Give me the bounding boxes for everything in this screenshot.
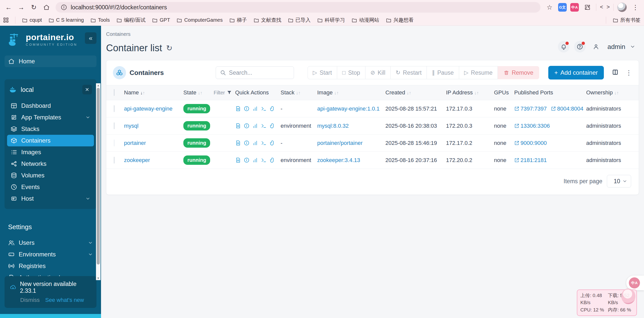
cn-translate-extension-icon[interactable]: 中A: [570, 3, 579, 12]
search-input[interactable]: [229, 69, 290, 76]
column-header-state[interactable]: State↓↑: [183, 89, 214, 96]
sidebar-item-events[interactable]: Events: [7, 181, 94, 193]
select-all-checkbox[interactable]: [114, 89, 114, 96]
attach-icon[interactable]: [269, 140, 275, 146]
environment-close-button[interactable]: ✕: [82, 85, 92, 94]
scroll-up-arrow[interactable]: ▲: [96, 83, 101, 87]
bookmark-star-icon[interactable]: ☆: [544, 2, 555, 12]
sidebar-item-environments[interactable]: Environments: [5, 249, 96, 260]
add-container-button[interactable]: + Add container: [548, 66, 604, 80]
container-name-link[interactable]: mysql: [124, 123, 138, 129]
start-button[interactable]: ▷Start: [308, 66, 337, 79]
column-header-stack[interactable]: Stack↓↑: [281, 89, 317, 96]
browser-menu-icon[interactable]: ⋮: [630, 2, 640, 12]
stats-icon[interactable]: [252, 157, 258, 163]
all-bookmarks-folder[interactable]: 所有书签: [613, 17, 640, 23]
floating-translate-button[interactable]: 中A: [626, 276, 644, 290]
column-header-name[interactable]: Name↓↑: [124, 89, 183, 96]
published-port-link[interactable]: 9000:9000: [514, 140, 547, 146]
sidebar-item-home[interactable]: Home: [5, 56, 96, 67]
stats-icon[interactable]: [252, 123, 258, 129]
remove-button[interactable]: Remove: [498, 66, 539, 79]
inspect-icon[interactable]: [244, 140, 250, 146]
sidebar-scrollbar[interactable]: ▲ ▼: [96, 83, 101, 280]
sidebar-item-users[interactable]: Users: [5, 237, 96, 249]
refresh-icon[interactable]: ↻: [166, 44, 172, 52]
logs-icon[interactable]: [235, 123, 241, 129]
help-button[interactable]: [574, 41, 586, 52]
profile-avatar[interactable]: [617, 3, 627, 12]
see-whats-new-link[interactable]: See what's new: [45, 297, 84, 303]
sidebar-item-stacks[interactable]: Stacks: [7, 123, 94, 135]
bookmark-folder[interactable]: 科研学习: [317, 17, 345, 23]
image-link[interactable]: api-gateway-engine:1.0.1: [317, 105, 380, 112]
dismiss-link[interactable]: Dismiss: [20, 297, 40, 303]
sidebar-item-dashboard[interactable]: Dashboard: [7, 100, 94, 112]
stats-icon[interactable]: [252, 106, 258, 112]
stop-button[interactable]: □Stop: [337, 66, 365, 79]
scrollbar-thumb[interactable]: [97, 88, 100, 264]
bookmark-folder[interactable]: 已导入: [288, 17, 311, 23]
logs-icon[interactable]: [235, 106, 241, 112]
bookmark-folder[interactable]: cqupt: [22, 17, 42, 23]
console-icon[interactable]: [261, 123, 267, 129]
reload-icon[interactable]: ↻: [29, 2, 39, 12]
bookmark-folder[interactable]: GPT: [152, 17, 170, 23]
scroll-down-arrow[interactable]: ▼: [96, 276, 101, 280]
sidebar-item-host[interactable]: Host: [7, 193, 94, 204]
bookmark-folder[interactable]: 梯子: [229, 17, 247, 23]
address-bar[interactable]: localhost:9000/#!/2/docker/containers: [56, 2, 540, 13]
sidebar-item-containers[interactable]: Containers: [7, 135, 94, 146]
image-link[interactable]: mysql:8.0.32: [317, 123, 349, 129]
sidebar-item-volumes[interactable]: Volumes: [7, 170, 94, 181]
columns-toggle-button[interactable]: [612, 69, 618, 76]
logs-icon[interactable]: [235, 157, 241, 163]
devtools-icon[interactable]: < >: [600, 2, 610, 12]
container-name-link[interactable]: zookeeper: [124, 157, 150, 163]
extensions-puzzle-icon[interactable]: [582, 2, 592, 12]
bookmark-folder[interactable]: 编程/面试: [116, 17, 146, 23]
console-icon[interactable]: [261, 106, 267, 112]
bookmark-folder[interactable]: C S learning: [48, 17, 84, 23]
notifications-bell-button[interactable]: [558, 41, 569, 52]
console-icon[interactable]: [261, 157, 267, 163]
bookmark-folder[interactable]: 动漫网站: [352, 17, 379, 23]
home-icon[interactable]: [41, 2, 52, 12]
bookmark-folder[interactable]: Tools: [90, 17, 110, 23]
sidebar-collapse-button[interactable]: «: [85, 32, 96, 44]
published-port-link[interactable]: 13306:3306: [514, 123, 550, 129]
sidebar-item-images[interactable]: Images: [7, 146, 94, 158]
bookmark-folder[interactable]: ComputerGames: [177, 17, 222, 23]
sidebar-item-networks[interactable]: Networks: [7, 158, 94, 170]
items-per-page-select[interactable]: 10: [607, 175, 631, 188]
stats-icon[interactable]: [252, 140, 258, 146]
resume-button[interactable]: ▷Resume: [459, 66, 498, 79]
column-header-ip[interactable]: IP Address↓↑: [446, 89, 494, 96]
table-settings-kebab-icon[interactable]: ⋮: [626, 69, 632, 77]
image-link[interactable]: portainer/portainer: [317, 140, 363, 146]
state-filter-button[interactable]: Filter: [214, 90, 235, 96]
row-checkbox[interactable]: [114, 157, 114, 164]
attach-icon[interactable]: [269, 106, 275, 112]
breadcrumb[interactable]: Containers: [106, 31, 639, 37]
attach-icon[interactable]: [269, 157, 275, 163]
column-header-ownership[interactable]: Ownership↓↑: [586, 89, 631, 96]
restart-button[interactable]: ↻Restart: [391, 66, 427, 79]
image-link[interactable]: zookeeper:3.4.13: [317, 157, 360, 163]
search-box[interactable]: [216, 66, 294, 79]
column-header-created[interactable]: Created↓↑: [385, 89, 446, 96]
attach-icon[interactable]: [269, 123, 275, 129]
column-header-image[interactable]: Image↓↑: [317, 89, 385, 96]
inspect-icon[interactable]: [244, 106, 250, 112]
translate-extension-icon[interactable]: G文: [558, 3, 567, 12]
chevron-down-icon[interactable]: [630, 44, 635, 49]
row-checkbox[interactable]: [114, 122, 114, 129]
published-port-link[interactable]: 7397:7397: [514, 105, 547, 112]
apps-grid-icon[interactable]: [4, 18, 9, 23]
sidebar-item-app-templates[interactable]: App Templates: [7, 112, 94, 123]
logs-icon[interactable]: [235, 140, 241, 146]
user-menu-button[interactable]: [590, 41, 602, 52]
bookmark-folder[interactable]: 文献查找: [254, 17, 281, 23]
container-name-link[interactable]: portainer: [124, 140, 146, 146]
console-icon[interactable]: [261, 140, 267, 146]
